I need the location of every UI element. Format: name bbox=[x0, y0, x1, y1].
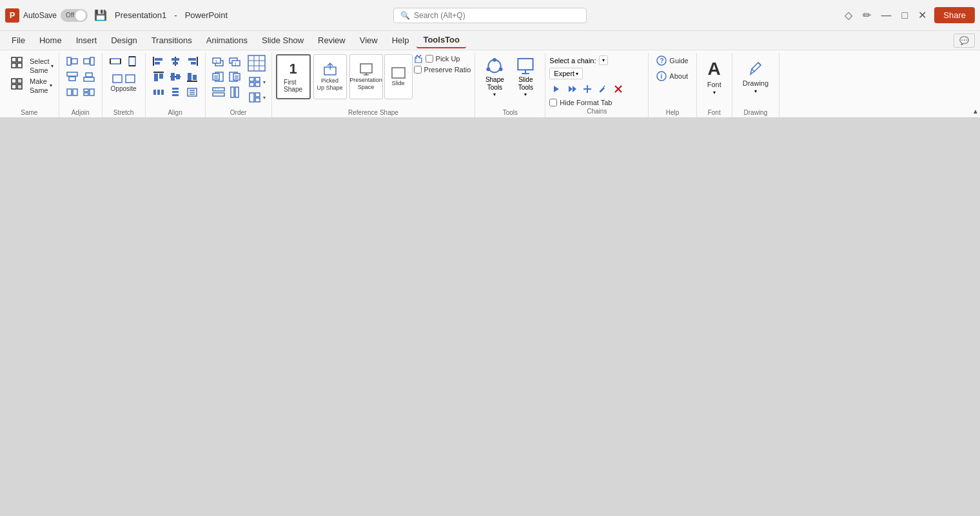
svg-rect-48 bbox=[157, 90, 160, 95]
pick-up-label: Pick Up bbox=[436, 55, 460, 63]
svg-rect-30 bbox=[155, 58, 162, 61]
chain-add-button[interactable] bbox=[580, 82, 594, 96]
hide-format-tab-checkbox[interactable] bbox=[549, 99, 557, 106]
distribute-v-btn[interactable] bbox=[168, 85, 183, 99]
adjoin-btn-4[interactable] bbox=[81, 70, 97, 84]
about-button[interactable]: i About bbox=[654, 70, 691, 83]
share-button[interactable]: Share bbox=[934, 7, 975, 23]
align-top-btn[interactable] bbox=[151, 70, 166, 84]
minimize-button[interactable]: — bbox=[879, 7, 894, 24]
svg-rect-92 bbox=[392, 68, 405, 78]
order-btn-6[interactable] bbox=[228, 85, 243, 99]
make-same-button[interactable] bbox=[5, 75, 28, 96]
presentation-space-button[interactable]: PresentationSpace bbox=[349, 54, 383, 99]
svg-rect-21 bbox=[110, 59, 121, 64]
svg-point-95 bbox=[499, 67, 503, 71]
menu-animations[interactable]: Animations bbox=[200, 33, 254, 48]
ribbon-collapse-button[interactable]: ▲ bbox=[971, 106, 980, 116]
menu-help[interactable]: Help bbox=[386, 33, 416, 48]
chain-dropdown[interactable]: ▾ bbox=[599, 55, 608, 65]
pick-up-checkbox[interactable] bbox=[426, 55, 433, 63]
adjoin-btn-3[interactable] bbox=[64, 70, 80, 84]
tools-group-label: Tools bbox=[503, 109, 518, 116]
order-btn-3[interactable] bbox=[211, 70, 226, 84]
chain-step-button[interactable] bbox=[565, 82, 579, 96]
close-button[interactable]: ✕ bbox=[916, 6, 929, 24]
svg-rect-40 bbox=[159, 74, 163, 79]
comment-button[interactable]: 💬 bbox=[954, 34, 975, 48]
hide-format-tab-row: Hide Format Tab bbox=[549, 99, 644, 106]
adjoin-btn-2[interactable] bbox=[81, 54, 97, 68]
menu-slideshow[interactable]: Slide Show bbox=[255, 33, 310, 48]
shape-tools-button[interactable]: ShapeTools ▾ bbox=[480, 54, 509, 99]
svg-rect-8 bbox=[67, 57, 71, 65]
svg-text:i: i bbox=[661, 73, 663, 80]
svg-line-113 bbox=[752, 69, 754, 72]
svg-rect-12 bbox=[67, 72, 77, 76]
order-btn-5[interactable]: ↑↑ bbox=[211, 85, 226, 99]
opposite-button[interactable]: Opposite bbox=[111, 72, 137, 92]
stretch-btn-2[interactable] bbox=[124, 54, 140, 68]
first-shape-button[interactable]: 1 FirstShape bbox=[276, 54, 311, 99]
align-left-btn[interactable] bbox=[151, 54, 166, 68]
svg-rect-10 bbox=[90, 57, 94, 65]
adjoin-btn-5[interactable] bbox=[64, 85, 80, 99]
order-btn-2[interactable]: 1 bbox=[228, 54, 243, 68]
chain-play-button[interactable] bbox=[549, 82, 564, 96]
chain-delete-button[interactable] bbox=[611, 82, 625, 96]
preserve-ratio-checkbox[interactable] bbox=[414, 66, 422, 74]
pen-button[interactable]: ✏ bbox=[860, 6, 874, 24]
search-input[interactable] bbox=[414, 11, 580, 20]
svg-text:1: 1 bbox=[215, 59, 218, 64]
slide-tools-button[interactable]: SlideTools ▾ bbox=[511, 54, 540, 99]
font-button[interactable]: A Font ▾ bbox=[702, 54, 727, 99]
guide-button[interactable]: ? Guide bbox=[654, 54, 691, 67]
menu-view[interactable]: View bbox=[353, 33, 384, 48]
align-middle-btn[interactable] bbox=[168, 70, 183, 84]
adjoin-btn-1[interactable] bbox=[64, 54, 80, 68]
save-button[interactable]: 💾 bbox=[94, 9, 107, 21]
svg-rect-36 bbox=[188, 58, 196, 61]
chain-edit-button[interactable] bbox=[596, 82, 610, 96]
menu-toolstoo[interactable]: ToolsToo bbox=[416, 32, 466, 48]
menu-review[interactable]: Review bbox=[311, 33, 352, 48]
menu-file[interactable]: File bbox=[5, 33, 32, 48]
autosave-toggle[interactable]: Off bbox=[61, 9, 88, 22]
align-bottom-btn[interactable] bbox=[184, 70, 200, 84]
drawing-button[interactable]: Drawing ▾ bbox=[738, 54, 774, 99]
order-btn-1[interactable]: 1 bbox=[211, 54, 226, 68]
svg-rect-31 bbox=[155, 62, 160, 64]
align-right-btn[interactable] bbox=[184, 54, 200, 68]
align-center-btn[interactable] bbox=[168, 54, 183, 68]
menu-design[interactable]: Design bbox=[104, 33, 143, 48]
select-same-button[interactable] bbox=[5, 54, 28, 75]
svg-rect-27 bbox=[113, 75, 122, 83]
svg-marker-100 bbox=[554, 86, 559, 92]
order-btn-4[interactable] bbox=[228, 70, 243, 84]
grid-btn[interactable] bbox=[247, 75, 262, 89]
adjoin-group-content bbox=[64, 54, 97, 108]
menu-home[interactable]: Home bbox=[33, 33, 68, 48]
picked-up-shape-button[interactable]: PickedUp Shape bbox=[313, 54, 347, 99]
menu-transitions[interactable]: Transitions bbox=[145, 33, 199, 48]
tools-group-content: ShapeTools ▾ SlideTools ▾ bbox=[480, 54, 540, 108]
svg-rect-73 bbox=[213, 93, 224, 96]
reference-shape-group-label: Reference Shape bbox=[348, 109, 398, 116]
svg-rect-37 bbox=[191, 62, 196, 64]
slide-button[interactable]: Slide bbox=[384, 54, 413, 99]
shape-tools-arrow: ▾ bbox=[493, 92, 496, 97]
stretch-btn-1[interactable] bbox=[108, 54, 123, 68]
search-box[interactable]: 🔍 bbox=[393, 8, 587, 23]
adjoin-btn-6[interactable] bbox=[81, 85, 97, 99]
diamond-button[interactable]: ◇ bbox=[842, 6, 855, 24]
menu-insert[interactable]: Insert bbox=[70, 33, 104, 48]
maximize-button[interactable]: □ bbox=[899, 7, 911, 24]
svg-rect-97 bbox=[518, 59, 533, 70]
expert-dropdown[interactable]: Expert ▾ bbox=[549, 68, 583, 79]
distribute-h-btn[interactable] bbox=[151, 85, 166, 99]
ribbon-group-adjoin: Adjoin bbox=[59, 53, 103, 117]
select-same-dropdown-arrow: ▾ bbox=[51, 63, 54, 69]
table-btn[interactable] bbox=[247, 54, 266, 72]
align-extra-btn[interactable] bbox=[184, 85, 200, 99]
layout-btn[interactable] bbox=[247, 90, 262, 104]
